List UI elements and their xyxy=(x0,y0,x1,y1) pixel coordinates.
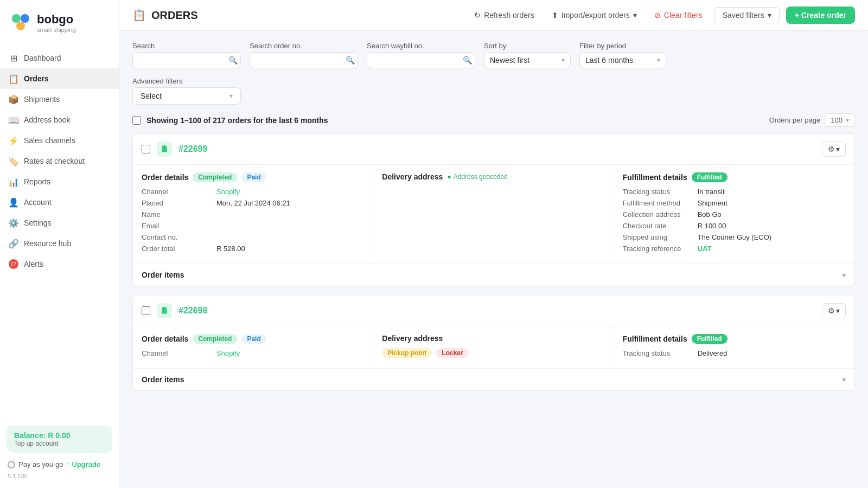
search-input[interactable] xyxy=(138,56,225,65)
channel-value-22698[interactable]: Shopify xyxy=(216,349,240,357)
advanced-filters-select[interactable]: Select ▾ xyxy=(132,87,241,105)
sidebar-item-shipments[interactable]: 📦 Shipments xyxy=(0,89,119,110)
clear-filters-button[interactable]: ⊘ Clear filters xyxy=(649,8,708,23)
upgrade-link[interactable]: ↑ Upgrade xyxy=(66,460,100,468)
order-no-search-icon: 🔍 xyxy=(346,56,355,65)
balance-box[interactable]: Balance: R 0.00 Top up account xyxy=(7,426,112,453)
order-22699-actions: ⚙ ▾ xyxy=(822,142,846,157)
reference-value-22699[interactable]: UAT xyxy=(698,245,712,253)
total-key-22699: Order total xyxy=(142,245,212,253)
logo: bobgo smart shipping xyxy=(0,0,119,43)
select-all-checkbox[interactable] xyxy=(132,116,141,125)
sidebar-item-orders[interactable]: 📋 Orders xyxy=(0,68,119,89)
sidebar-item-account[interactable]: 👤 Account xyxy=(0,192,119,213)
waybill-input-wrapper[interactable]: 🔍 xyxy=(367,52,475,68)
reference-key-22699: Tracking reference xyxy=(623,245,693,253)
sidebar-item-dashboard[interactable]: ⊞ Dashboard xyxy=(0,48,119,68)
name-key-22699: Name xyxy=(142,210,212,219)
method-key-22699: Fulfillment method xyxy=(623,199,693,207)
email-key-22699: Email xyxy=(142,222,212,230)
search-icon: 🔍 xyxy=(228,56,238,65)
topbar-actions: ↻ Refresh orders ⬆ Import/export orders … xyxy=(469,7,855,24)
address-book-icon: 📖 xyxy=(9,115,18,125)
main-content: 📋 ORDERS ↻ Refresh orders ⬆ Import/expor… xyxy=(119,0,868,488)
order-no-input-wrapper[interactable]: 🔍 xyxy=(250,52,358,68)
delivery-address-22698: Delivery address Pickup point Locker xyxy=(373,326,614,368)
saved-filters-chevron-icon: ▾ xyxy=(768,11,771,20)
refresh-orders-button[interactable]: ↻ Refresh orders xyxy=(469,8,540,23)
sidebar-item-sales-channels[interactable]: ⚡ Sales channels xyxy=(0,130,119,151)
fulfillment-22698: Fulfillment details Fulfilled Tracking s… xyxy=(614,326,854,368)
topup-link[interactable]: Top up account xyxy=(14,440,105,447)
sort-chevron-icon: ▾ xyxy=(561,56,565,64)
plan-icon xyxy=(8,461,15,468)
saved-filters-button[interactable]: Saved filters ▾ xyxy=(714,7,780,23)
import-icon: ⬆ xyxy=(552,11,558,20)
sidebar-item-settings[interactable]: ⚙️ Settings xyxy=(0,213,119,233)
order-body-22698: Order details Completed Paid Channel Sho… xyxy=(133,326,854,368)
fulfillment-title-22699: Fulfillment details xyxy=(623,173,687,182)
sidebar-item-alerts[interactable]: 27 Alerts xyxy=(0,254,119,274)
sidebar-item-reports[interactable]: 📊 Reports xyxy=(0,171,119,192)
dashboard-icon: ⊞ xyxy=(9,53,18,63)
paid-badge-22699: Paid xyxy=(241,172,266,182)
channel-row-22698: Channel Shopify xyxy=(142,349,364,357)
order-items-row-22698[interactable]: Order items ▾ xyxy=(133,368,854,390)
tracking-status-key-22698: Tracking status xyxy=(623,349,693,357)
order-22698-gear-button[interactable]: ⚙ ▾ xyxy=(822,303,846,318)
select-all-wrapper[interactable] xyxy=(132,116,141,125)
shipped-value-22699: The Courier Guy (ECO) xyxy=(698,233,772,241)
order-id-22699[interactable]: #22699 xyxy=(178,144,207,154)
total-row-22699: Order total R 528.00 xyxy=(142,245,364,253)
order-22699-checkbox-wrapper[interactable] xyxy=(142,145,150,153)
sidebar-item-resource-hub[interactable]: 🔗 Resource hub xyxy=(0,233,119,254)
per-page-select[interactable]: 100 ▾ xyxy=(825,113,855,127)
tracking-status-row-22699: Tracking status In transit xyxy=(623,188,846,196)
order-22698-checkbox[interactable] xyxy=(142,306,150,315)
waybill-input[interactable] xyxy=(373,56,459,65)
search-label: Search xyxy=(132,42,241,50)
create-order-button[interactable]: + Create order xyxy=(786,7,855,24)
period-select[interactable]: Last 6 months ▾ xyxy=(579,52,666,68)
rates-icon: 🏷️ xyxy=(9,156,18,166)
order-details-header-22698: Order details Completed Paid xyxy=(142,334,364,344)
order-details-22699: Order details Completed Paid Channel Sho… xyxy=(133,165,373,264)
waybill-label: Search waybill no. xyxy=(367,42,475,50)
order-22699-gear-button[interactable]: ⚙ ▾ xyxy=(822,142,846,157)
order-details-22698: Order details Completed Paid Channel Sho… xyxy=(133,326,373,368)
sidebar-item-address-book[interactable]: 📖 Address book xyxy=(0,110,119,130)
sort-select[interactable]: Newest first ▾ xyxy=(484,52,571,68)
sort-value: Newest first xyxy=(490,56,529,65)
order-items-row-22699[interactable]: Order items ▾ xyxy=(133,264,854,286)
search-input-wrapper[interactable]: 🔍 xyxy=(132,52,241,68)
completed-badge-22699: Completed xyxy=(193,172,237,182)
logo-text: bobgo smart shipping xyxy=(37,12,76,33)
fulfilled-badge-22698: Fulfilled xyxy=(692,334,727,344)
sidebar-label-alerts: Alerts xyxy=(24,260,43,268)
saved-filters-label: Saved filters xyxy=(723,11,764,20)
channel-value-22699[interactable]: Shopify xyxy=(216,188,240,196)
period-group: Filter by period Last 6 months ▾ xyxy=(579,42,666,68)
fulfillment-header-22698: Fulfillment details Fulfilled xyxy=(623,334,846,344)
tracking-status-value-22699: In transit xyxy=(698,188,725,196)
sidebar-label-sales-channels: Sales channels xyxy=(24,136,75,145)
order-22698-checkbox-wrapper[interactable] xyxy=(142,306,150,315)
order-22699-checkbox[interactable] xyxy=(142,145,150,153)
delivery-title-22699: Delivery address xyxy=(382,172,443,181)
app-name: bobgo xyxy=(37,12,76,27)
order-id-22698[interactable]: #22698 xyxy=(178,306,207,316)
clear-icon: ⊘ xyxy=(654,11,661,20)
sidebar-item-rates-checkout[interactable]: 🏷️ Rates at checkout xyxy=(0,151,119,171)
fulfillment-header-22699: Fulfillment details Fulfilled xyxy=(623,172,846,182)
import-chevron-icon: ▾ xyxy=(633,11,637,20)
orders-meta-row: Showing 1–100 of 217 orders for the last… xyxy=(132,113,855,127)
sort-label: Sort by xyxy=(484,42,571,50)
balance-label: Balance: R 0.00 xyxy=(14,431,105,440)
reports-icon: 📊 xyxy=(9,177,18,187)
order-no-input[interactable] xyxy=(256,56,342,65)
geocoded-badge-22699: ● Address geocoded xyxy=(447,173,507,181)
contact-key-22699: Contact no. xyxy=(142,233,212,241)
import-export-button[interactable]: ⬆ Import/export orders ▾ xyxy=(546,8,642,23)
topbar: 📋 ORDERS ↻ Refresh orders ⬆ Import/expor… xyxy=(119,0,868,31)
order-no-group: Search order no. 🔍 xyxy=(250,42,358,68)
